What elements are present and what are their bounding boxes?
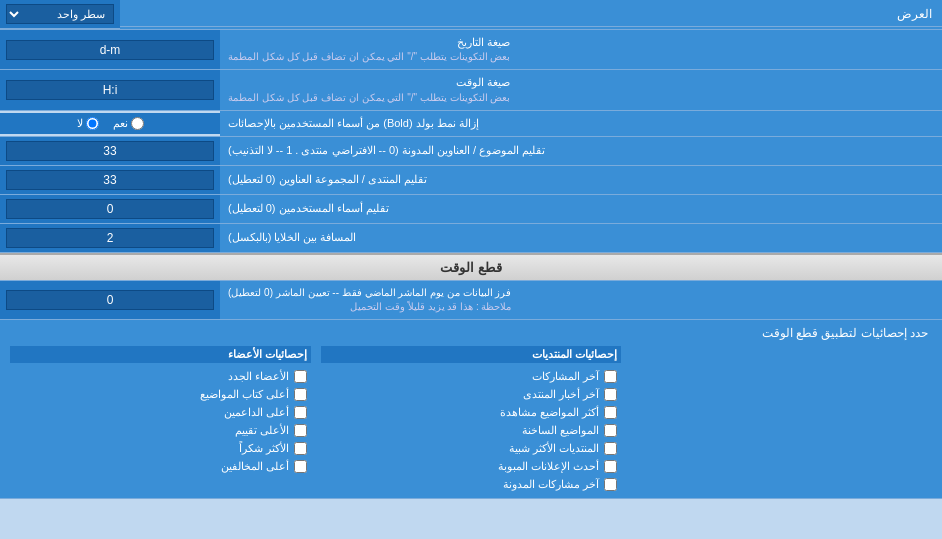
checkbox-forum-4[interactable] [604,424,617,437]
checkbox-col-members: إحصائيات الأعضاء الأعضاء الجدد أعلى كتاب… [10,346,311,492]
checkbox-item: الأكثر شكراً [10,441,311,456]
cell-spacing-input-cell [0,224,220,252]
checkboxes-section: حدد إحصائيات لتطبيق قطع الوقت إحصائيات ا… [0,320,942,499]
checkbox-col-empty [631,346,932,492]
checkbox-forum-2[interactable] [604,388,617,401]
checkbox-member-label-3: أعلى الداعمين [224,406,289,419]
checkbox-member-label-6: أعلى المخالفين [221,460,289,473]
time-format-label: صيغة الوقت بعض التكوينات يتطلب "/" التي … [220,70,942,109]
checkbox-member-label-4: الأعلى تقييم [235,424,289,437]
checkbox-member-2[interactable] [294,388,307,401]
checkbox-item: أعلى الداعمين [10,405,311,420]
checkbox-member-label-2: أعلى كتاب المواضيع [200,388,289,401]
date-format-input[interactable] [6,40,214,60]
checkbox-item: آخر مشاركات المدونة [321,477,622,492]
checkbox-forum-label-4: المواضيع الساخنة [522,424,599,437]
bold-yes-label[interactable]: نعم [113,117,144,130]
checkbox-item: المنتديات الأكثر شبية [321,441,622,456]
forum-titles-input[interactable] [6,141,214,161]
checkbox-member-6[interactable] [294,460,307,473]
checkbox-forum-label-6: أحدث الإعلانات المبوبة [498,460,599,473]
date-format-row: صيغة التاريخ بعض التكوينات يتطلب "/" الت… [0,30,942,70]
forum-titles-row: تقليم الموضوع / العناوين المدونة (0 -- ا… [0,137,942,166]
checkbox-item: أكثر المواضيع مشاهدة [321,405,622,420]
forum-stats-header: إحصائيات المنتديات [321,346,622,363]
filter-input-cell [0,281,220,319]
checkbox-forum-1[interactable] [604,370,617,383]
display-select-cell: سطر واحدسطرينثلاثة أسطر [0,0,120,29]
forum-titles-input-cell [0,137,220,165]
filter-input[interactable] [6,290,214,310]
checkbox-forum-7[interactable] [604,478,617,491]
member-stats-header: إحصائيات الأعضاء [10,346,311,363]
time-format-input[interactable] [6,80,214,100]
date-format-input-cell [0,30,220,69]
bold-label: إزالة نمط بولد (Bold) من أسماء المستخدمي… [220,111,942,136]
checkbox-member-3[interactable] [294,406,307,419]
checkbox-item: أعلى كتاب المواضيع [10,387,311,402]
checkbox-forum-label-3: أكثر المواضيع مشاهدة [500,406,599,419]
checkbox-item: المواضيع الساخنة [321,423,622,438]
checkbox-item: آخر المشاركات [321,369,622,384]
checkbox-col-forums: إحصائيات المنتديات آخر المشاركات آخر أخب… [321,346,622,492]
bold-radio-cell: نعم لا [0,113,220,134]
checkbox-item: أحدث الإعلانات المبوبة [321,459,622,474]
checkbox-member-1[interactable] [294,370,307,383]
time-format-input-cell [0,70,220,109]
display-select[interactable]: سطر واحدسطرينثلاثة أسطر [6,4,114,24]
filter-label: فرز البيانات من يوم الماشر الماضي فقط --… [220,281,942,319]
checkbox-columns: إحصائيات المنتديات آخر المشاركات آخر أخب… [10,346,932,492]
checkbox-item: الأعلى تقييم [10,423,311,438]
filter-row: فرز البيانات من يوم الماشر الماضي فقط --… [0,281,942,320]
usernames-row: تقليم أسماء المستخدمين (0 لتعطيل) [0,195,942,224]
checkbox-forum-3[interactable] [604,406,617,419]
header-label: العرض [120,2,942,27]
checkbox-forum-label-2: آخر أخبار المنتدى [523,388,599,401]
bold-yes-radio[interactable] [131,117,144,130]
checkbox-item: أعلى المخالفين [10,459,311,474]
checkbox-member-4[interactable] [294,424,307,437]
checkbox-item: آخر أخبار المنتدى [321,387,622,402]
checkbox-forum-5[interactable] [604,442,617,455]
time-section-header: قطع الوقت [0,253,942,281]
checkbox-item: الأعضاء الجدد [10,369,311,384]
stats-label: حدد إحصائيات لتطبيق قطع الوقت [10,326,932,340]
cell-spacing-input[interactable] [6,228,214,248]
cell-spacing-row: المسافة بين الخلايا (بالبكسل) [0,224,942,253]
forum-group-input-cell [0,166,220,194]
usernames-input-cell [0,195,220,223]
forum-group-input[interactable] [6,170,214,190]
forum-group-label: تقليم المنتدى / المجموعة العناوين (0 لتع… [220,166,942,194]
checkbox-member-label-1: الأعضاء الجدد [228,370,289,383]
header-row: العرض سطر واحدسطرينثلاثة أسطر [0,0,942,30]
usernames-label: تقليم أسماء المستخدمين (0 لتعطيل) [220,195,942,223]
checkbox-forum-6[interactable] [604,460,617,473]
forum-group-row: تقليم المنتدى / المجموعة العناوين (0 لتع… [0,166,942,195]
usernames-input[interactable] [6,199,214,219]
bold-no-label[interactable]: لا [77,117,99,130]
checkbox-member-5[interactable] [294,442,307,455]
checkbox-member-label-5: الأكثر شكراً [239,442,289,455]
checkbox-forum-label-1: آخر المشاركات [532,370,599,383]
bold-no-radio[interactable] [86,117,99,130]
checkbox-forum-label-7: آخر مشاركات المدونة [503,478,599,491]
cell-spacing-label: المسافة بين الخلايا (بالبكسل) [220,224,942,252]
bold-row: إزالة نمط بولد (Bold) من أسماء المستخدمي… [0,111,942,137]
date-format-label: صيغة التاريخ بعض التكوينات يتطلب "/" الت… [220,30,942,69]
time-format-row: صيغة الوقت بعض التكوينات يتطلب "/" التي … [0,70,942,110]
checkbox-forum-label-5: المنتديات الأكثر شبية [509,442,599,455]
forum-titles-label: تقليم الموضوع / العناوين المدونة (0 -- ا… [220,137,942,165]
